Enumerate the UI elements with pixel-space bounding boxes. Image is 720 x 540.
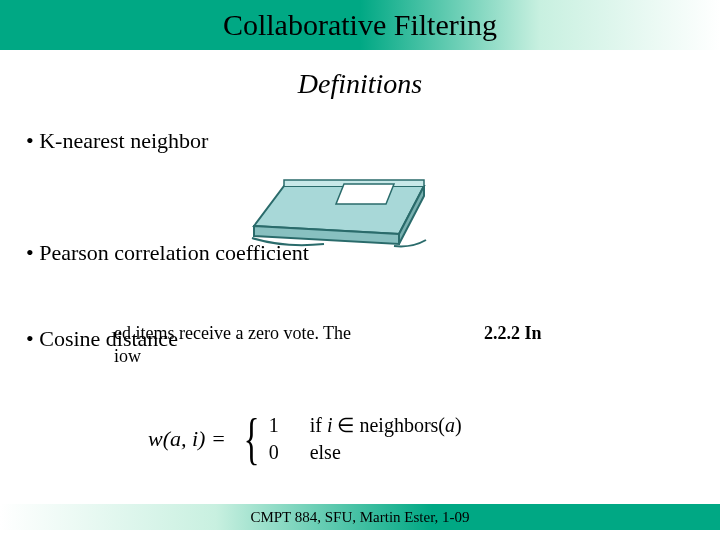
brace-icon: { bbox=[243, 417, 259, 462]
bullet-knn: • K-nearest neighbor bbox=[26, 128, 694, 154]
formula-wai: w(a, i) = { 1 if i ∈ neighbors(a) 0 else bbox=[148, 412, 462, 466]
slide-title: Collaborative Filtering bbox=[223, 8, 497, 42]
case2-value: 0 bbox=[269, 439, 287, 466]
header-bar: Collaborative Filtering bbox=[0, 0, 720, 50]
case2-condition: else bbox=[310, 441, 341, 463]
case-1: 1 if i ∈ neighbors(a) bbox=[269, 412, 462, 439]
formula-lhs: w(a, i) = bbox=[148, 426, 226, 452]
case-2: 0 else bbox=[269, 439, 462, 466]
footer-bar: CMPT 884, SFU, Martin Ester, 1-09 bbox=[0, 504, 720, 530]
fragment-right: 2.2.2 In bbox=[484, 322, 542, 345]
case1-condition: if i ∈ neighbors(a) bbox=[310, 414, 462, 436]
book-icon bbox=[244, 156, 444, 258]
footer-text: CMPT 884, SFU, Martin Ester, 1-09 bbox=[250, 509, 469, 526]
case1-value: 1 bbox=[269, 412, 287, 439]
text-fragment: ed items receive a zero vote. The iow 2.… bbox=[114, 322, 574, 367]
formula-cases: 1 if i ∈ neighbors(a) 0 else bbox=[269, 412, 462, 466]
slide-subtitle: Definitions bbox=[0, 68, 720, 100]
fragment-line2: iow bbox=[114, 345, 574, 368]
